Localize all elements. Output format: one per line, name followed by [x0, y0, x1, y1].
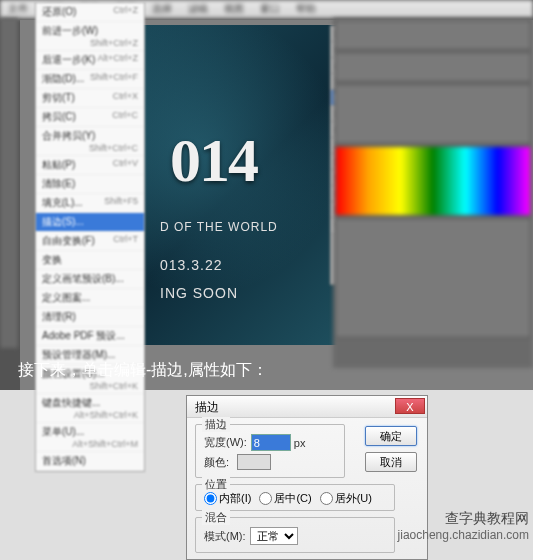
- watermark-url: jiaocheng.chazidian.com: [398, 528, 529, 542]
- menu-file[interactable]: 文件: [0, 0, 36, 18]
- menu-item[interactable]: 定义画笔预设(B)...: [36, 270, 144, 289]
- menu-item[interactable]: 自由变换(F)Ctrl+T: [36, 232, 144, 251]
- edit-menu-dropdown: 还原(O)Ctrl+Z前进一步(W)Shift+Ctrl+Z后退一步(K)Alt…: [35, 2, 145, 472]
- radio-inside-input[interactable]: [204, 492, 217, 505]
- panel-block[interactable]: [335, 218, 531, 338]
- menu-item[interactable]: 首选项(N): [36, 452, 144, 471]
- dialog-close-button[interactable]: X: [395, 398, 425, 414]
- right-panels: [333, 18, 533, 368]
- menu-item[interactable]: 拷贝(C)Ctrl+C: [36, 108, 144, 127]
- menu-item[interactable]: 后退一步(K)Alt+Ctrl+Z: [36, 51, 144, 70]
- radio-outside-input[interactable]: [320, 492, 333, 505]
- menu-item[interactable]: 粘贴(P)Ctrl+V: [36, 156, 144, 175]
- radio-center[interactable]: 居中(C): [259, 491, 311, 506]
- menu-window[interactable]: 窗口: [252, 0, 288, 18]
- photoshop-window: 文件 编辑 图像 图层 选择 滤镜 视图 窗口 帮助 014 D OF THE …: [0, 0, 533, 390]
- fieldset-label-stroke: 描边: [202, 417, 230, 432]
- radio-inside[interactable]: 内部(I): [204, 491, 251, 506]
- panel-block[interactable]: [335, 84, 531, 144]
- color-swatch[interactable]: [237, 454, 271, 470]
- menu-item[interactable]: 变换: [36, 251, 144, 270]
- stroke-dialog: 描边 X 确定 取消 描边 宽度(W): px 颜色: 位置 内部(I) 居中(…: [186, 395, 428, 560]
- width-label: 宽度(W):: [204, 435, 247, 450]
- radio-center-input[interactable]: [259, 492, 272, 505]
- watermark-name: 查字典教程网: [398, 510, 529, 528]
- tools-panel[interactable]: [0, 18, 18, 348]
- radio-outside[interactable]: 居外(U): [320, 491, 372, 506]
- artwork-subtitle-1: D OF THE WORLD: [160, 220, 278, 234]
- swatches-panel[interactable]: [335, 146, 531, 216]
- menu-item[interactable]: Adobe PDF 预设...: [36, 327, 144, 346]
- color-label: 颜色:: [204, 455, 229, 470]
- menu-item[interactable]: 合并拷贝(Y)Shift+Ctrl+C: [36, 127, 144, 156]
- menu-item[interactable]: 描边(S)...: [36, 213, 144, 232]
- menu-item[interactable]: 定义图案...: [36, 289, 144, 308]
- ok-button[interactable]: 确定: [365, 426, 417, 446]
- mode-label: 模式(M):: [204, 529, 246, 544]
- position-fieldset: 位置 内部(I) 居中(C) 居外(U): [195, 484, 395, 511]
- cancel-button[interactable]: 取消: [365, 452, 417, 472]
- artwork-main-text: 014: [170, 125, 257, 196]
- menu-item[interactable]: 还原(O)Ctrl+Z: [36, 3, 144, 22]
- watermark: 查字典教程网 jiaocheng.chazidian.com: [398, 510, 529, 542]
- dialog-title-text: 描边: [195, 400, 219, 414]
- panel-block[interactable]: [335, 52, 531, 82]
- menu-select[interactable]: 选择: [144, 0, 180, 18]
- menu-help[interactable]: 帮助: [288, 0, 324, 18]
- menu-item[interactable]: 清理(R): [36, 308, 144, 327]
- fieldset-label-blend: 混合: [202, 510, 230, 525]
- artwork-subtitle-2: 013.3.22: [160, 257, 223, 273]
- menu-item[interactable]: 渐隐(D)...Shift+Ctrl+F: [36, 70, 144, 89]
- mode-select[interactable]: 正常: [250, 527, 298, 545]
- menu-item[interactable]: 剪切(T)Ctrl+X: [36, 89, 144, 108]
- menu-item[interactable]: 前进一步(W)Shift+Ctrl+Z: [36, 22, 144, 51]
- artwork-canvas: 014 D OF THE WORLD 013.3.22 ING SOON: [140, 25, 340, 345]
- menu-view[interactable]: 视图: [216, 0, 252, 18]
- artwork-subtitle-3: ING SOON: [160, 285, 238, 301]
- width-unit: px: [294, 437, 306, 449]
- blend-fieldset: 混合 模式(M): 正常: [195, 517, 395, 553]
- menu-item[interactable]: 清除(E): [36, 175, 144, 194]
- fieldset-label-position: 位置: [202, 477, 230, 492]
- dialog-titlebar[interactable]: 描边 X: [187, 396, 427, 418]
- width-input[interactable]: [251, 434, 291, 451]
- menu-item[interactable]: 菜单(U)...Alt+Shift+Ctrl+M: [36, 423, 144, 452]
- menu-filter[interactable]: 滤镜: [180, 0, 216, 18]
- panel-block[interactable]: [335, 20, 531, 50]
- instruction-text: 接下来，单击编辑-描边,属性如下：: [18, 360, 268, 381]
- stroke-fieldset: 描边 宽度(W): px 颜色:: [195, 424, 345, 478]
- menu-item[interactable]: 键盘快捷键...Alt+Shift+Ctrl+K: [36, 394, 144, 423]
- menu-item[interactable]: 填充(L)...Shift+F5: [36, 194, 144, 213]
